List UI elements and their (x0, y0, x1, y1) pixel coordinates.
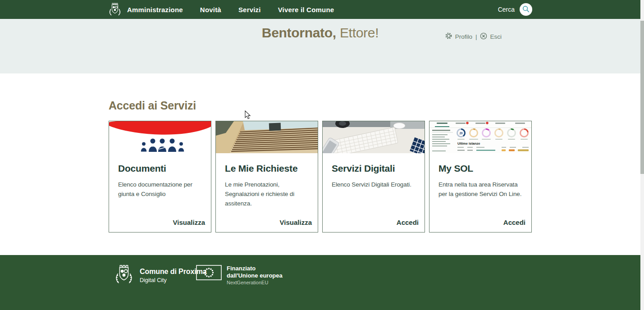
nav-item-amministrazione[interactable]: Amministrazione (127, 6, 183, 14)
service-cards: Documenti Elenco documentazione per giun… (109, 121, 532, 232)
municipality-crest-icon[interactable] (108, 2, 122, 17)
card-description: Entra nella tua area Riservata per la ge… (438, 180, 523, 199)
nav-item-novita[interactable]: Novità (200, 6, 221, 14)
mouse-cursor (245, 110, 251, 121)
welcome-title: Bentornato, Ettore! (0, 25, 640, 41)
logout-link[interactable]: Esci (480, 32, 502, 41)
main-navigation: Amministrazione Novità Servizi Vivere il… (127, 6, 334, 14)
servizi-digitali-action-link[interactable]: Accedi (397, 219, 419, 226)
services-heading: Accedi ai Servizi (109, 99, 196, 112)
welcome-band: Bentornato, Ettore! Profilo | Esc (0, 19, 640, 73)
card-servizi-digitali[interactable]: Servizi Digitali Elenco Servizi Digitali… (322, 121, 425, 232)
richieste-action-link[interactable]: Visualizza (280, 219, 312, 226)
footer-crest-icon (114, 264, 134, 287)
search-button[interactable] (520, 3, 532, 16)
search-icon (521, 5, 530, 15)
page: Amministrazione Novità Servizi Vivere il… (0, 0, 640, 310)
separator: | (475, 33, 477, 40)
card-my-sol[interactable]: 20 Ultime istanze (429, 121, 532, 232)
greeting-name: Ettore! (340, 25, 379, 40)
footer: Comune di Proxima Digital City Finanziat… (0, 255, 640, 310)
documenti-action-link[interactable]: Visualizza (173, 219, 205, 226)
profile-link[interactable]: Profilo (445, 32, 472, 41)
mysol-preview-heading: Ultime istanze (457, 141, 480, 146)
eu-flag-icon (196, 265, 222, 282)
nav-item-servizi[interactable]: Servizi (238, 6, 261, 14)
scrollbar-thumb[interactable] (640, 21, 644, 174)
card-title: Servizi Digitali (332, 163, 416, 174)
card-description: Elenco Servizi Digitali Erogati. (332, 180, 416, 189)
mysol-donut-value: 20 (459, 132, 463, 135)
search-label[interactable]: Cerca (498, 6, 515, 13)
card-description: Elenco documentazione per giunta e Consi… (118, 180, 203, 199)
logout-circle-x-icon (480, 32, 487, 41)
nav-item-vivere-il-comune[interactable]: Vivere il Comune (278, 6, 334, 14)
greeting-bold: Bentornato, (262, 25, 336, 40)
card-le-mie-richieste[interactable]: Le Mie Richieste Le mie Prenotazioni, Se… (215, 121, 318, 232)
mysol-action-link[interactable]: Accedi (503, 219, 525, 226)
richieste-photo (216, 121, 318, 153)
eu-funding-line1: Finanziato (227, 265, 283, 272)
header: Amministrazione Novità Servizi Vivere il… (0, 0, 640, 19)
servizi-digitali-photo (323, 121, 425, 153)
mysol-dashboard-preview: 20 Ultime istanze (429, 121, 531, 153)
card-title: Documenti (118, 163, 202, 174)
documenti-illustration (109, 121, 211, 153)
card-title: My SOL (438, 163, 522, 174)
profile-actions: Profilo | Esci (445, 32, 502, 41)
card-documenti[interactable]: Documenti Elenco documentazione per giun… (109, 121, 211, 232)
card-description: Le mie Prenotazioni, Segnalazioni e rich… (225, 180, 310, 208)
eu-funding-line3: NextGenerationEU (227, 280, 283, 285)
card-title: Le Mie Richieste (225, 163, 309, 174)
gear-icon (445, 32, 452, 41)
eu-funding-line2: dall'Unione europea (227, 272, 283, 279)
